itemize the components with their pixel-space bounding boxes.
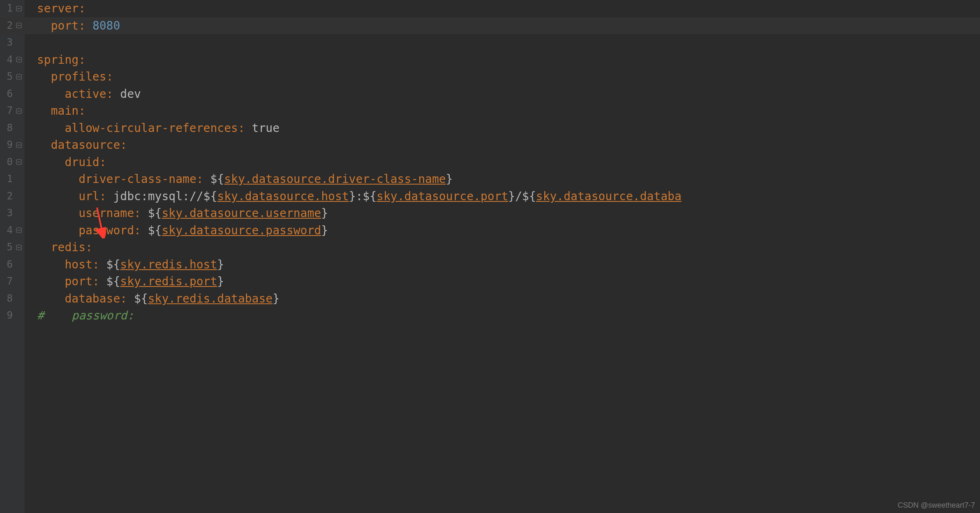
token: : <box>120 290 134 307</box>
token <box>37 86 65 103</box>
code-line[interactable]: host: ${sky.redis.host} <box>25 256 980 273</box>
token: } <box>508 188 515 205</box>
line-number: 5 <box>7 68 13 86</box>
token <box>37 290 65 307</box>
yaml-key: redis <box>51 239 86 256</box>
code-line[interactable]: main: <box>25 102 980 120</box>
gutter-line: 8 <box>0 290 24 307</box>
fold-minus-icon[interactable] <box>15 141 23 149</box>
property-reference[interactable]: sky.datasource.host <box>217 188 349 205</box>
gutter-line: 6 <box>0 86 24 103</box>
code-line[interactable]: server: <box>25 0 980 17</box>
fold-minus-icon[interactable] <box>15 56 23 63</box>
line-number: 6 <box>7 256 13 273</box>
token <box>37 239 51 256</box>
token: } <box>321 205 328 222</box>
token: } <box>273 290 280 307</box>
line-number: 7 <box>7 273 13 290</box>
gutter-line: 4 <box>0 51 24 69</box>
token <box>37 102 51 120</box>
token <box>37 171 79 188</box>
gutter-line: 1 <box>0 171 24 188</box>
yaml-key: host <box>65 256 92 273</box>
yaml-value: : <box>356 188 363 205</box>
property-reference[interactable]: sky.datasource.password <box>162 222 321 239</box>
property-reference[interactable]: sky.datasource.port <box>377 188 508 205</box>
property-reference[interactable]: sky.redis.port <box>120 273 217 290</box>
fold-minus-icon[interactable] <box>15 107 23 115</box>
yaml-key: url <box>79 188 99 205</box>
code-line[interactable]: driver-class-name: ${sky.datasource.driv… <box>25 171 980 188</box>
property-reference[interactable]: sky.datasource.databa <box>536 188 682 205</box>
fold-minus-icon[interactable] <box>15 22 23 29</box>
token <box>37 120 65 137</box>
token: : <box>120 136 127 154</box>
yaml-key: allow-circular-references <box>65 120 238 137</box>
code-line[interactable]: password: ${sky.datasource.password} <box>25 222 980 239</box>
code-area[interactable]: server: port: 8080spring: profiles: acti… <box>25 0 980 513</box>
code-line[interactable]: port: ${sky.redis.port} <box>25 273 980 290</box>
line-number: 9 <box>7 307 13 324</box>
token: ${ <box>363 188 377 205</box>
yaml-key: druid <box>65 154 99 171</box>
token: } <box>446 171 453 188</box>
line-number: 5 <box>7 239 13 256</box>
token <box>37 222 79 239</box>
property-reference[interactable]: sky.datasource.username <box>162 205 321 222</box>
fold-minus-icon[interactable] <box>15 158 23 166</box>
token: : <box>99 188 113 205</box>
code-line[interactable]: druid: <box>25 154 980 171</box>
code-editor[interactable]: 1234567890123456789 server: port: 8080sp… <box>0 0 980 513</box>
fold-minus-icon[interactable] <box>15 226 23 234</box>
yaml-key: username <box>79 205 134 222</box>
token: ${ <box>203 188 217 205</box>
token <box>37 273 65 290</box>
property-reference[interactable]: sky.redis.database <box>148 290 273 307</box>
line-number: 4 <box>7 222 13 239</box>
gutter-line: 1 <box>0 0 24 17</box>
yaml-key: profiles <box>51 68 106 86</box>
gutter-line: 3 <box>0 34 24 51</box>
code-line[interactable]: database: ${sky.redis.database} <box>25 290 980 307</box>
code-line[interactable]: port: 8080 <box>25 17 980 35</box>
property-reference[interactable]: sky.datasource.driver-class-name <box>224 171 446 188</box>
token: } <box>217 256 224 273</box>
line-number: 4 <box>7 51 13 69</box>
yaml-value: / <box>515 188 522 205</box>
token: } <box>217 273 224 290</box>
gutter: 1234567890123456789 <box>0 0 25 513</box>
gutter-line: 7 <box>0 273 24 290</box>
token <box>37 154 65 171</box>
yaml-value: jdbc:mysql:// <box>113 188 203 205</box>
line-number: 3 <box>7 34 13 51</box>
gutter-line: 0 <box>0 154 24 171</box>
code-line[interactable]: url: jdbc:mysql://${sky.datasource.host}… <box>25 188 980 205</box>
token <box>37 188 79 205</box>
code-line[interactable]: datasource: <box>25 136 980 154</box>
token: : <box>99 154 106 171</box>
fold-minus-icon[interactable] <box>15 244 23 251</box>
token: ${ <box>148 205 162 222</box>
fold-minus-icon[interactable] <box>15 73 23 81</box>
gutter-line: 3 <box>0 205 24 222</box>
code-line[interactable]: profiles: <box>25 68 980 86</box>
token: : <box>79 0 86 17</box>
gutter-line: 2 <box>0 188 24 205</box>
code-line[interactable]: # password: <box>25 307 980 324</box>
code-line[interactable]: redis: <box>25 239 980 256</box>
token: ${ <box>106 273 120 290</box>
token: : <box>238 120 252 137</box>
yaml-key: main <box>51 102 79 120</box>
property-reference[interactable]: sky.redis.host <box>120 256 217 273</box>
code-line[interactable]: active: dev <box>25 86 980 103</box>
code-line[interactable]: spring: <box>25 51 980 69</box>
token <box>37 205 79 222</box>
yaml-key: server <box>37 0 79 17</box>
token: } <box>321 222 328 239</box>
watermark: CSDN @sweetheart7-7 <box>898 501 975 510</box>
token: : <box>134 205 148 222</box>
fold-minus-icon[interactable] <box>15 5 23 12</box>
code-line[interactable]: allow-circular-references: true <box>25 120 980 137</box>
code-line[interactable]: username: ${sky.datasource.username} <box>25 205 980 222</box>
code-line[interactable] <box>25 34 980 51</box>
